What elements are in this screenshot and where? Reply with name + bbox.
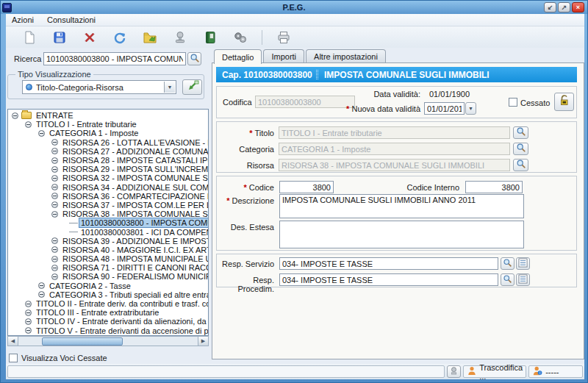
gears-button[interactable] [232, 29, 249, 46]
tree-item-label[interactable]: RISORSA 40 - MAGGIORE I.C.I. EX ART.2,CO… [61, 246, 209, 254]
tree-expander-icon[interactable] [25, 318, 32, 325]
tab-importi[interactable]: Importi [263, 49, 304, 63]
tree-expander-icon[interactable] [25, 301, 32, 307]
delete-button[interactable] [81, 29, 98, 46]
tree-item[interactable]: 10100380003801 - ICI DA COMPENSAZIONI [8, 227, 208, 236]
tree-item[interactable]: RISORSA 37 - IMPOSTA COM.LE PER L'ESERCI… [8, 201, 208, 210]
chevron-down-icon[interactable]: ▼ [164, 82, 175, 93]
tree-item-label[interactable]: RISORSA 48 - IMPOSTA MUNICIPALE UNICA (I… [61, 254, 209, 263]
descrizione-textarea[interactable]: IMPOSTA COMUNALE SUGLI IMMOBILI ANNO 201… [279, 194, 524, 218]
titolo-search-button[interactable] [513, 126, 528, 139]
tree-expander-icon[interactable] [51, 148, 58, 154]
resp-procedim-input[interactable] [279, 273, 498, 286]
tree-item-label[interactable]: ENTRATE [35, 111, 75, 120]
tree-item-label[interactable]: CATEGORIA 1 - Imposte [48, 129, 140, 137]
nuova-data-input[interactable] [424, 102, 465, 115]
stamp-button[interactable] [171, 29, 189, 46]
new-button[interactable] [21, 29, 38, 46]
tree-expander-icon[interactable] [12, 112, 18, 119]
trascodifica-panel[interactable]: Trascodifica ... [463, 365, 526, 378]
tree-item[interactable]: TITOLO I - Entrate tributarie [8, 120, 208, 129]
scroll-right-icon[interactable]: ▶ [198, 337, 208, 346]
tree-item-label[interactable]: RISORSA 39 - ADDIZIONALE E IMPOSTA DI CO… [61, 237, 209, 246]
codice-interno-input[interactable] [465, 181, 523, 193]
tree-item[interactable]: 10100380003800 - IMPOSTA COMUNALE SU [8, 218, 208, 227]
tree-item[interactable]: ENTRATE [8, 111, 208, 120]
tree-item-label[interactable]: RISORSA 28 - IMPOSTE CATASTALI IPOTECARI… [61, 156, 209, 165]
tree-item[interactable]: RISORSA 71 - DIRITTI E CANONI RACCOLTA E… [8, 263, 208, 272]
tree-item-label[interactable]: RISORSA 32 - IMPOSTA COMUNALE SULLA PUBB [61, 173, 209, 182]
tree-expander-icon[interactable] [51, 265, 58, 271]
tree-item[interactable]: RISORSA 90 - FEDERALISMO MUNICIPALE - CO… [8, 272, 208, 281]
tab-altre-impostazioni[interactable]: Altre impostazioni [306, 49, 386, 63]
save-button[interactable] [51, 29, 68, 46]
tree-item[interactable]: RISORSA 29 - IMPOSTA SULL'INCREMENTO DI … [8, 165, 208, 173]
date-dropdown-icon[interactable]: ▼ [465, 102, 476, 115]
print-button[interactable] [275, 29, 293, 46]
tree-expander-icon[interactable] [51, 211, 58, 218]
export-button[interactable] [141, 29, 159, 46]
cessato-checkbox[interactable] [509, 98, 517, 107]
resp-servizio-search-button[interactable] [501, 257, 514, 270]
tree-expander-icon[interactable] [51, 139, 58, 146]
tree-item[interactable]: RISORSA 27 - ADDIZIONALE COMUNALE IRPEF [8, 147, 208, 156]
lock-button[interactable] [554, 93, 574, 111]
tree-item-label[interactable]: RISORSA 27 - ADDIZIONALE COMUNALE IRPEF [61, 147, 209, 156]
status-stamp-button[interactable] [447, 365, 461, 378]
tree-expander-icon[interactable] [51, 166, 58, 173]
tree-item[interactable]: RISORSA 39 - ADDIZIONALE E IMPOSTA DI CO… [8, 237, 208, 246]
tree-expander-icon[interactable] [51, 193, 58, 199]
tree-item-label[interactable]: CATEGORIA 3 - Tributi speciali ed altre … [48, 290, 209, 299]
tree-expander-icon[interactable] [38, 291, 45, 298]
tree-item-label[interactable]: TITOLO IV - Entrate derivanti da alienaz… [35, 317, 209, 326]
tree-item[interactable]: RISORSA 32 - IMPOSTA COMUNALE SULLA PUBB [8, 173, 208, 182]
tree-item-label[interactable]: TITOLO II - Entrate deriv. da contributi… [35, 299, 209, 308]
tree-expander-icon[interactable] [51, 175, 58, 182]
search-input[interactable] [43, 52, 186, 65]
resp-procedim-search-button[interactable] [501, 273, 514, 286]
tree-expander-icon[interactable] [51, 201, 58, 208]
tree-expander-icon[interactable] [51, 237, 58, 244]
tree-item[interactable]: RISORSA 48 - IMPOSTA MUNICIPALE UNICA (I… [8, 254, 208, 263]
tree-item[interactable]: RISORSA 34 - ADDIZIONALE SUL COMSUMO DI … [8, 183, 208, 192]
categoria-search-button[interactable] [513, 143, 528, 155]
scroll-left-icon[interactable]: ◀ [8, 337, 18, 346]
menu-consultazioni[interactable]: Consultazioni [47, 15, 96, 24]
tree-item-label[interactable]: CATEGORIA 2 - Tasse [48, 282, 132, 290]
tree-item-label[interactable]: 10100380003800 - IMPOSTA COMUNALE SU [79, 218, 209, 227]
resp-servizio-list-button[interactable] [516, 257, 530, 270]
resp-servizio-input[interactable] [279, 257, 498, 270]
tree-hscrollbar[interactable]: ◀ ▶ [7, 336, 209, 346]
risorsa-search-button[interactable] [513, 159, 528, 171]
tree-expander-icon[interactable] [51, 184, 58, 190]
tree-item[interactable]: CATEGORIA 2 - Tasse [8, 282, 208, 290]
tree-expander-icon[interactable] [25, 121, 32, 128]
tree-item-label[interactable]: RISORSA 29 - IMPOSTA SULL'INCREMENTO DI … [61, 165, 209, 173]
tree-expander-icon[interactable] [38, 282, 45, 289]
tree-item-label[interactable]: RISORSA 71 - DIRITTI E CANONI RACCOLTA E… [61, 263, 209, 272]
tree-item-label[interactable]: RISORSA 34 - ADDIZIONALE SUL COMSUMO DI … [61, 183, 209, 192]
tree-item-label[interactable]: TITOLO III - Entrate extratributarie [35, 308, 160, 317]
refresh-button[interactable] [111, 29, 129, 46]
tree-expander-icon[interactable] [25, 327, 32, 334]
tab-dettaglio[interactable]: Dettaglio [214, 49, 262, 64]
menu-azioni[interactable]: Azioni [12, 15, 34, 24]
tree-item[interactable]: RISORSA 26 - LOTTA ALL'EVASIONE - RECUPE… [8, 138, 208, 147]
tree-item[interactable]: TITOLO III - Entrate extratributarie [8, 308, 208, 317]
tree-item-label[interactable]: RISORSA 90 - FEDERALISMO MUNICIPALE - CO… [61, 272, 209, 281]
tree-expander-icon[interactable] [51, 157, 58, 164]
book-button[interactable] [201, 29, 219, 46]
visualization-select[interactable]: Titolo-Categoria-Risorsa ▼ [22, 80, 176, 94]
visualizza-voci-cessate-checkbox[interactable] [9, 354, 18, 362]
tree-expander-icon[interactable] [51, 246, 58, 253]
scroll-thumb[interactable] [42, 337, 123, 346]
minimize-icon[interactable]: ↙ [544, 2, 556, 12]
tree-item-label[interactable]: TITOLO I - Entrate tributarie [35, 120, 138, 129]
user-panel[interactable]: i ----- [528, 365, 583, 378]
tree-expander-icon[interactable] [25, 309, 32, 316]
tree-expander-icon[interactable] [51, 256, 58, 262]
tree-item[interactable]: TITOLO II - Entrate deriv. da contributi… [8, 299, 208, 308]
tree-expander-icon[interactable] [51, 273, 58, 280]
tree-item[interactable]: CATEGORIA 1 - Imposte [8, 129, 208, 137]
tree-item[interactable]: RISORSA 38 - IMPOSTA COMUNALE SUGLI IMMO [8, 210, 208, 218]
